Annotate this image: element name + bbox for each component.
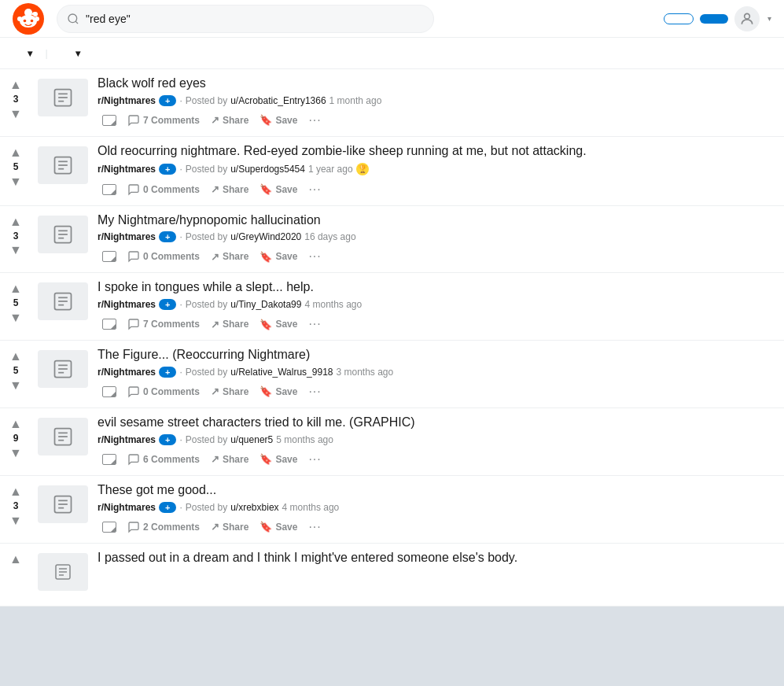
post-title[interactable]: I passed out in a dream and I think I mi… [98, 550, 778, 566]
more-options-button[interactable]: ··· [304, 383, 326, 400]
save-button[interactable]: 🔖 Save [255, 180, 302, 198]
downvote-button[interactable]: ▼ [9, 175, 22, 188]
upvote-button[interactable]: ▲ [9, 282, 22, 295]
signup-button[interactable] [700, 14, 728, 24]
comments-count: 7 Comments [143, 115, 200, 126]
search-icon [67, 13, 79, 25]
comments-button[interactable]: 0 Comments [123, 247, 204, 266]
subreddit-link[interactable]: r/Nightmares [98, 502, 156, 513]
downvote-button[interactable]: ▼ [9, 514, 22, 527]
comments-button[interactable]: 7 Comments [123, 315, 204, 334]
share-button[interactable]: ↗ Share [206, 315, 253, 334]
expand-icon [102, 115, 116, 126]
comments-button[interactable]: 0 Comments [123, 382, 204, 401]
search-bar[interactable] [57, 5, 434, 33]
share-button[interactable]: ↗ Share [206, 111, 253, 129]
thumbnail-column [31, 212, 94, 267]
more-options-button[interactable]: ··· [304, 315, 326, 333]
author-link[interactable]: u/Superdogs5454 [230, 164, 305, 175]
save-button[interactable]: 🔖 Save [255, 382, 302, 400]
post-meta: r/Nightmares + · Posted by u/GreyWind202… [98, 231, 778, 242]
more-options-button[interactable]: ··· [304, 181, 326, 198]
save-button[interactable]: 🔖 Save [255, 111, 302, 129]
user-menu[interactable] [734, 6, 760, 31]
thumbnail-column [31, 415, 94, 469]
save-button[interactable]: 🔖 Save [255, 450, 302, 468]
join-button[interactable]: + [159, 434, 176, 445]
post-title[interactable]: Black wolf red eyes [98, 76, 778, 92]
share-button[interactable]: ↗ Share [206, 450, 253, 468]
post-title[interactable]: evil sesame street characters tried to k… [98, 415, 778, 431]
downvote-button[interactable]: ▼ [9, 447, 22, 459]
join-button[interactable]: + [159, 299, 176, 310]
comments-button[interactable]: 0 Comments [123, 180, 204, 199]
comments-button[interactable]: 7 Comments [123, 111, 204, 130]
downvote-button[interactable]: ▼ [9, 108, 22, 120]
post-thumbnail [38, 485, 88, 523]
more-options-button[interactable]: ··· [304, 518, 326, 536]
more-options-button[interactable]: ··· [304, 451, 326, 468]
post-title[interactable]: The Figure... (Reoccurring Nightmare) [98, 347, 778, 363]
author-link[interactable]: u/Tiny_Dakota99 [230, 299, 301, 310]
upvote-button[interactable]: ▲ [9, 79, 22, 91]
author-link[interactable]: u/GreyWind2020 [230, 231, 301, 242]
post-title[interactable]: I spoke in tongues while a slept... help… [98, 279, 778, 296]
expand-button[interactable] [98, 315, 121, 333]
comments-icon [127, 183, 140, 196]
subreddit-link[interactable]: r/Nightmares [98, 299, 156, 310]
expand-button[interactable] [98, 248, 121, 265]
time-ago: 4 months ago [282, 502, 340, 513]
more-options-button[interactable]: ··· [304, 112, 326, 129]
upvote-button[interactable]: ▲ [9, 418, 22, 430]
subreddit-link[interactable]: r/Nightmares [98, 434, 156, 445]
meta-separator: · [179, 502, 182, 513]
share-button[interactable]: ↗ Share [206, 248, 253, 266]
join-button[interactable]: + [159, 231, 176, 242]
upvote-button[interactable]: ▲ [9, 553, 22, 566]
save-button[interactable]: 🔖 Save [255, 248, 302, 266]
upvote-button[interactable]: ▲ [9, 350, 22, 363]
downvote-button[interactable]: ▼ [9, 312, 22, 324]
upvote-button[interactable]: ▲ [9, 485, 22, 498]
share-button[interactable]: ↗ Share [206, 518, 253, 536]
downvote-button[interactable]: ▼ [9, 244, 22, 256]
subreddit-link[interactable]: r/Nightmares [98, 367, 156, 378]
downvote-button[interactable]: ▼ [9, 379, 22, 392]
post-title[interactable]: My Nightmare/hypnopomic hallucination [98, 212, 778, 229]
author-link[interactable]: u/Relative_Walrus_9918 [230, 367, 333, 378]
subreddit-link[interactable]: r/Nightmares [98, 164, 156, 175]
reddit-logo[interactable] [13, 3, 44, 35]
upvote-button[interactable]: ▲ [9, 146, 22, 159]
expand-button[interactable] [98, 383, 121, 400]
save-button[interactable]: 🔖 Save [255, 315, 302, 334]
post-actions: 7 Comments ↗ Share 🔖 Save ··· [98, 315, 778, 334]
subreddit-link[interactable]: r/Nightmares [98, 95, 156, 106]
subreddit-link[interactable]: r/Nightmares [98, 231, 156, 242]
search-input[interactable] [86, 13, 424, 25]
comments-button[interactable]: 2 Comments [123, 518, 204, 537]
sort-value-dropdown[interactable]: ▾ [25, 48, 33, 59]
posts-from-dropdown[interactable]: ▾ [73, 48, 81, 59]
share-button[interactable]: ↗ Share [206, 382, 253, 400]
post-title[interactable]: These got me good... [98, 482, 778, 499]
author-link[interactable]: u/Acrobatic_Entry1366 [230, 95, 326, 106]
author-link[interactable]: u/xrebxbiex [230, 502, 278, 513]
post-title[interactable]: Old reocurring nightmare. Red-eyed zombi… [98, 143, 778, 160]
upvote-button[interactable]: ▲ [9, 216, 22, 228]
bookmark-icon: 🔖 [259, 453, 272, 465]
join-button[interactable]: + [159, 367, 176, 378]
join-button[interactable]: + [159, 502, 176, 513]
more-options-button[interactable]: ··· [304, 248, 326, 265]
user-caret-icon[interactable]: ▾ [767, 14, 771, 23]
author-link[interactable]: u/quener5 [230, 434, 273, 445]
comments-button[interactable]: 6 Comments [123, 450, 204, 469]
expand-button[interactable] [98, 451, 121, 468]
login-button[interactable] [664, 13, 694, 24]
save-button[interactable]: 🔖 Save [255, 518, 302, 536]
expand-button[interactable] [98, 112, 121, 129]
join-button[interactable]: + [159, 164, 176, 175]
share-button[interactable]: ↗ Share [206, 180, 253, 198]
join-button[interactable]: + [159, 95, 176, 106]
expand-button[interactable] [98, 518, 121, 536]
expand-button[interactable] [98, 181, 121, 198]
